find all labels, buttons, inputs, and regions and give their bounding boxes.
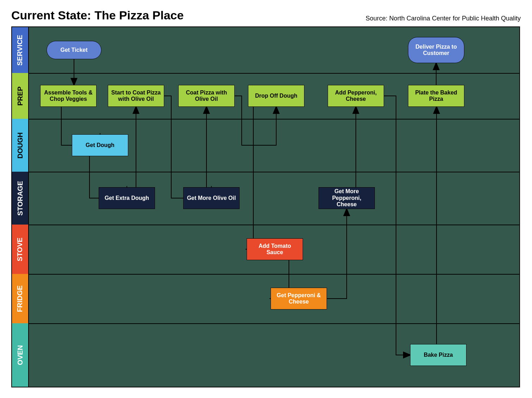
swimlane-diagram: SERVICEPREPDOUGHSTORAGESTOVEFRIDGEOVENGe… bbox=[11, 26, 520, 387]
node-add_pep: Add Pepperoni, Cheese bbox=[328, 85, 384, 107]
lane-label-box-fridge: FRIDGE bbox=[12, 274, 29, 323]
node-more_oil: Get More Olive Oil bbox=[183, 187, 240, 209]
lane-storage: STORAGE bbox=[12, 172, 519, 225]
lane-label-dough: DOUGH bbox=[16, 132, 24, 158]
node-drop_dough: Drop Off Dough bbox=[248, 85, 304, 107]
node-start_coat: Start to Coat Pizza with Olive Oil bbox=[108, 85, 164, 107]
node-bake: Bake Pizza bbox=[410, 344, 466, 366]
node-coat: Coat Pizza with Olive Oil bbox=[178, 85, 235, 107]
node-deliver: Deliver Pizza to Customer bbox=[408, 37, 464, 63]
lane-label-fridge: FRIDGE bbox=[16, 285, 24, 312]
lane-label-prep: PREP bbox=[16, 86, 24, 105]
node-more_pep: Get More Pepperoni, Cheese bbox=[318, 187, 375, 209]
lane-label-stove: STOVE bbox=[16, 237, 24, 261]
lane-label-box-dough: DOUGH bbox=[12, 119, 29, 172]
node-get_pep: Get Pepperoni & Cheese bbox=[271, 288, 327, 310]
lane-label-service: SERVICE bbox=[16, 35, 24, 65]
node-plate: Plate the Baked Pizza bbox=[408, 85, 464, 107]
lane-label-box-oven: OVEN bbox=[12, 323, 29, 387]
lane-label-box-service: SERVICE bbox=[12, 27, 29, 73]
source-label: Source: North Carolina Center for Public… bbox=[366, 15, 521, 22]
node-assemble: Assemble Tools & Chop Veggies bbox=[40, 85, 97, 107]
node-get_ticket: Get Ticket bbox=[47, 41, 101, 59]
page-title: Current State: The Pizza Place bbox=[11, 8, 184, 22]
lane-label-storage: STORAGE bbox=[16, 181, 24, 216]
lane-fridge: FRIDGE bbox=[12, 274, 519, 324]
diagram-header: Current State: The Pizza Place Source: N… bbox=[11, 8, 521, 22]
node-extra_dough: Get Extra Dough bbox=[99, 187, 155, 209]
node-tomato: Add Tomato Sauce bbox=[247, 238, 303, 260]
lane-label-box-storage: STORAGE bbox=[12, 172, 29, 225]
lane-label-oven: OVEN bbox=[16, 345, 24, 365]
lane-label-box-stove: STOVE bbox=[12, 225, 29, 274]
lane-label-box-prep: PREP bbox=[12, 73, 29, 119]
node-get_dough: Get Dough bbox=[72, 134, 128, 156]
